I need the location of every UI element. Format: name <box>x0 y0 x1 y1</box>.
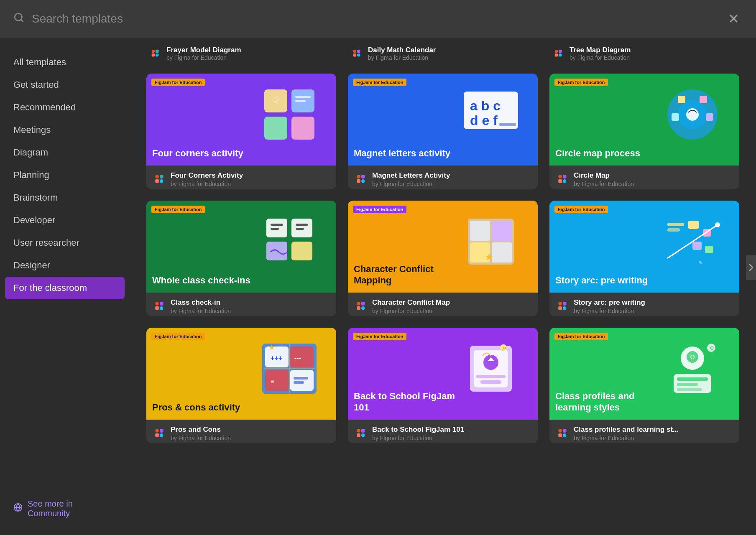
svg-rect-47 <box>563 179 567 183</box>
svg-rect-66 <box>357 302 360 306</box>
mini-card-tree-map[interactable]: Tree Map Diagram by Figma for Education <box>549 42 739 65</box>
sidebar-item-user-researcher[interactable]: User researcher <box>0 232 130 254</box>
see-more-community-link[interactable]: See more in Community <box>0 491 130 527</box>
svg-rect-108 <box>361 433 365 437</box>
mini-card-frayer[interactable]: Frayer Model Diagram by Figma for Educat… <box>146 42 336 65</box>
svg-rect-85 <box>265 370 289 391</box>
close-button[interactable]: ✕ <box>725 8 743 30</box>
badge-whole-class: FigJam for Education <box>151 206 205 213</box>
svg-rect-120 <box>563 429 567 433</box>
search-input[interactable] <box>32 12 725 25</box>
svg-rect-42 <box>672 113 679 121</box>
deco-circle <box>650 78 735 151</box>
author-whole-class: by Figma for Education <box>171 308 329 314</box>
sidebar-item-diagram[interactable]: Diagram <box>0 141 130 164</box>
info-four-corners: Four Corners Activity by Figma for Educa… <box>171 171 329 187</box>
title-magnet: Magnet Letters Activity <box>372 171 531 180</box>
author-profiles: by Figma for Education <box>574 435 733 441</box>
info-magnet: Magnet Letters Activity by Figma for Edu… <box>372 171 531 187</box>
figma-logo-story <box>556 300 570 313</box>
svg-text:---: --- <box>294 354 301 362</box>
badge-pros: FigJam for Education <box>151 333 205 340</box>
svg-text:✎: ✎ <box>699 260 703 266</box>
svg-rect-61 <box>470 221 490 241</box>
deco-four-corners: ♡ <box>247 78 332 151</box>
author-pros: by Figma for Education <box>171 435 329 441</box>
main-content: Frayer Model Diagram by Figma for Educat… <box>130 38 756 535</box>
svg-rect-90 <box>294 377 308 380</box>
svg-rect-76 <box>667 228 680 232</box>
svg-rect-119 <box>558 433 562 437</box>
sidebar-item-all-templates[interactable]: All templates <box>0 51 130 74</box>
sidebar-item-brainstorm[interactable]: Brainstorm <box>0 186 130 209</box>
sidebar-item-recommended[interactable]: Recommended <box>0 96 130 119</box>
search-icon <box>13 12 24 25</box>
card-label-pros: Pros and Cons by Figma for Education <box>146 420 336 443</box>
info-profiles: Class profiles and learning st... by Fig… <box>574 425 733 441</box>
svg-rect-84 <box>290 346 314 367</box>
card-label-magnet: Magnet Letters Activity by Figma for Edu… <box>348 166 538 189</box>
globe-icon <box>13 503 23 515</box>
svg-rect-33 <box>357 175 360 178</box>
svg-rect-16 <box>559 54 562 56</box>
svg-rect-114 <box>677 383 698 386</box>
card-character-conflict[interactable]: FigJam for Education Character Conflict … <box>348 201 538 316</box>
svg-rect-8 <box>156 50 158 53</box>
svg-rect-75 <box>667 223 684 226</box>
thumb-back-to-school: FigJam for Education Back to School FigJ… <box>348 328 538 420</box>
info-pros: Pros and Cons by Figma for Education <box>171 425 329 441</box>
card-magnet-letters[interactable]: FigJam for Education Magnet letters acti… <box>348 74 538 189</box>
sidebar-item-for-the-classroom[interactable]: For the classroom <box>5 277 125 299</box>
svg-rect-52 <box>271 224 283 226</box>
card-back-to-school[interactable]: FigJam for Education Back to School FigJ… <box>348 328 538 443</box>
figma-logo-character <box>355 300 368 313</box>
thumb-text-circle: Circle map process <box>555 148 640 159</box>
svg-rect-121 <box>563 433 567 437</box>
sidebar-item-get-started[interactable]: Get started <box>0 74 130 96</box>
sidebar-item-meetings[interactable]: Meetings <box>0 119 130 141</box>
svg-rect-67 <box>357 306 360 310</box>
svg-rect-73 <box>705 246 713 253</box>
card-whole-class[interactable]: FigJam for Education Whole class check-i… <box>146 201 336 316</box>
template-grid: FigJam for Education Four corners activi… <box>146 74 739 443</box>
thumb-whole-class: FigJam for Education Whole class check-i… <box>146 201 336 293</box>
sidebar-item-designer[interactable]: Designer <box>0 254 130 277</box>
svg-text:a b c: a b c <box>470 98 501 113</box>
svg-point-74 <box>715 222 720 227</box>
card-label-back: Back to School FigJam 101 by Figma for E… <box>348 420 538 443</box>
card-circle-map[interactable]: FigJam for Education Circle map process <box>549 74 739 189</box>
tree-map-author: by Figma for Education <box>570 54 631 61</box>
figma-mini-logo-2 <box>351 48 363 59</box>
card-pros-cons[interactable]: FigJam for Education Pros & cons activit… <box>146 328 336 443</box>
svg-rect-95 <box>160 429 163 433</box>
svg-rect-93 <box>155 429 159 433</box>
figma-logo-four-corners <box>153 173 166 186</box>
thumb-four-corners: FigJam for Education Four corners activi… <box>146 74 336 166</box>
card-four-corners[interactable]: FigJam for Education Four corners activi… <box>146 74 336 189</box>
svg-rect-59 <box>160 306 163 310</box>
svg-line-1 <box>21 20 23 22</box>
scroll-right-indicator[interactable] <box>746 255 756 280</box>
figma-logo-profiles <box>556 427 570 440</box>
tree-map-title: Tree Map Diagram <box>570 46 631 54</box>
info-back: Back to School FigJam 101 by Figma for E… <box>372 425 531 441</box>
svg-rect-113 <box>677 377 708 381</box>
title-four-corners: Four Corners Activity <box>171 171 329 180</box>
title-circle: Circle Map <box>574 171 733 180</box>
thumb-character-conflict: FigJam for Education Character Conflict … <box>348 201 538 293</box>
card-story-arc[interactable]: FigJam for Education Story arc: pre writ… <box>549 201 739 316</box>
svg-text:≡: ≡ <box>271 378 274 385</box>
card-class-profiles[interactable]: FigJam for Education Class profiles and … <box>549 328 739 443</box>
title-profiles: Class profiles and learning st... <box>574 425 733 434</box>
badge-story: FigJam for Education <box>554 206 608 213</box>
deco-story: ✎ <box>650 205 735 278</box>
frayer-info: Frayer Model Diagram by Figma for Educat… <box>166 46 241 61</box>
sidebar-item-developer[interactable]: Developer <box>0 209 130 232</box>
svg-rect-7 <box>156 54 158 56</box>
sidebar-item-planning[interactable]: Planning <box>0 164 130 186</box>
svg-rect-34 <box>357 179 360 183</box>
svg-text:☺: ☺ <box>709 344 715 351</box>
mini-card-daily-math[interactable]: Daily Math Calendar by Figma for Educati… <box>348 42 538 65</box>
badge-circle: FigJam for Education <box>554 79 608 86</box>
title-whole-class: Class check-in <box>171 298 329 307</box>
